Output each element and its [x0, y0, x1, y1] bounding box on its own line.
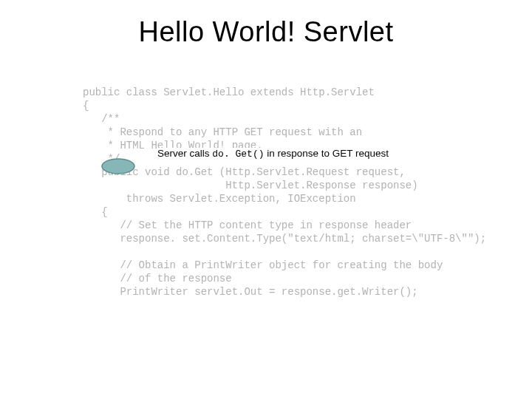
slide: Hello World! Servlet public class Servle…: [0, 0, 532, 399]
code-line: throws Servlet.Exception, IOException: [83, 193, 356, 205]
code-line: {: [83, 206, 108, 218]
ellipse-icon: [100, 157, 136, 175]
code-block: public class Servlet.Hello extends Http.…: [83, 86, 486, 299]
code-line: {: [83, 100, 89, 112]
code-line: PrintWriter servlet.Out = response.get.W…: [83, 286, 418, 298]
annotation-mono: do. Get(): [212, 149, 264, 160]
callout-ellipse: [100, 157, 136, 175]
annotation-before: Server calls: [157, 148, 212, 159]
code-line: public class Servlet.Hello extends Http.…: [83, 86, 375, 98]
annotation-text: Server calls do. Get() in response to GE…: [157, 148, 389, 160]
slide-title: Hello World! Servlet: [0, 16, 532, 48]
code-line: response. set.Content.Type("text/html; c…: [83, 233, 486, 245]
code-line: /**: [83, 113, 120, 125]
code-line: * Respond to any HTTP GET request with a…: [83, 126, 362, 138]
code-line: // Obtain a PrintWriter object for creat…: [83, 259, 443, 271]
code-line: Http.Servlet.Response response): [83, 180, 418, 191]
annotation-after: in response to GET request: [265, 148, 389, 159]
code-line: // Set the HTTP content type in response…: [83, 219, 412, 231]
code-line: // of the response: [83, 273, 232, 284]
